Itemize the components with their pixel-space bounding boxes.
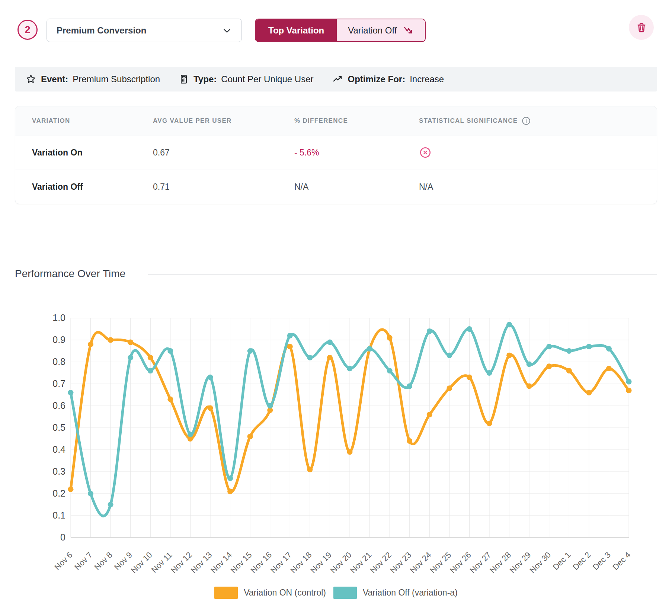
svg-text:0.4: 0.4 (52, 444, 65, 455)
svg-text:Nov 16: Nov 16 (249, 550, 273, 575)
trash-icon (636, 22, 647, 33)
svg-text:Dec 2: Dec 2 (571, 550, 592, 572)
type-value: Count Per Unique User (221, 74, 313, 84)
svg-text:Nov 8: Nov 8 (92, 550, 114, 572)
top-variation-button[interactable]: Top Variation (256, 19, 337, 41)
svg-text:Nov 18: Nov 18 (288, 550, 313, 575)
metric-panel: 2 Premium Conversion Top Variation Varia… (0, 0, 672, 616)
svg-text:Nov 11: Nov 11 (150, 550, 174, 575)
legend-item-variation-on: Variation ON (control) (214, 587, 326, 599)
svg-text:0.3: 0.3 (52, 466, 65, 477)
svg-text:Nov 26: Nov 26 (448, 550, 473, 575)
svg-text:Nov 27: Nov 27 (468, 550, 493, 575)
optimize-group: Optimize For: Increase (332, 74, 444, 85)
svg-text:Dec 1: Dec 1 (551, 550, 572, 572)
optimize-value: Increase (410, 74, 444, 84)
row-avg-value: 0.71 (153, 182, 294, 192)
svg-text:Nov 12: Nov 12 (169, 550, 194, 575)
svg-text:Nov 25: Nov 25 (428, 550, 453, 575)
svg-text:Nov 30: Nov 30 (528, 550, 553, 575)
svg-text:Nov 29: Nov 29 (508, 550, 533, 575)
variation-off-label: Variation Off (348, 25, 397, 36)
type-label: Type: (193, 74, 217, 84)
trend-up-icon (332, 74, 343, 85)
svg-text:Nov 7: Nov 7 (73, 550, 94, 572)
info-circle-icon[interactable] (521, 116, 531, 126)
performance-chart: 00.10.20.30.40.50.60.70.80.91.0Nov 6Nov … (15, 298, 657, 590)
table-row: Variation On 0.67 - 5.6% (15, 135, 657, 170)
svg-text:0.1: 0.1 (52, 510, 65, 520)
event-label: Event: (41, 74, 68, 84)
legend-item-variation-off: Variation Off (variation-a) (333, 587, 458, 599)
legend-swatch-orange (214, 587, 238, 599)
col-avg-value: AVG VALUE PER USER (153, 117, 294, 125)
type-group: Type: Count Per Unique User (179, 74, 313, 84)
svg-text:Nov 14: Nov 14 (209, 550, 234, 575)
svg-text:Nov 28: Nov 28 (488, 550, 513, 575)
metric-index-badge: 2 (17, 20, 38, 40)
svg-text:0.2: 0.2 (52, 488, 65, 498)
svg-text:Nov 24: Nov 24 (408, 550, 433, 575)
svg-text:Nov 21: Nov 21 (348, 550, 373, 575)
variation-off-button[interactable]: Variation Off (337, 19, 425, 41)
svg-text:0.5: 0.5 (52, 422, 65, 433)
variation-results-table: VARIATION AVG VALUE PER USER % DIFFERENC… (15, 106, 657, 204)
star-icon (25, 74, 36, 85)
svg-text:Dec 3: Dec 3 (591, 550, 612, 572)
legend-swatch-teal (333, 587, 357, 599)
optimize-label: Optimize For: (348, 74, 405, 84)
calculator-icon (179, 74, 189, 84)
svg-text:0.7: 0.7 (52, 378, 65, 389)
col-difference: % DIFFERENCE (294, 117, 419, 125)
svg-text:Nov 23: Nov 23 (388, 550, 413, 575)
row-avg-value: 0.67 (153, 148, 294, 158)
col-variation: VARIATION (32, 117, 153, 125)
svg-text:Nov 15: Nov 15 (229, 550, 254, 575)
page-title: Performance Over Time (15, 268, 125, 280)
svg-text:0.6: 0.6 (52, 400, 65, 411)
chevron-down-icon (222, 26, 232, 35)
metric-dropdown[interactable]: Premium Conversion (47, 19, 242, 42)
row-difference: - 5.6% (294, 148, 419, 158)
row-significance: N/A (419, 182, 657, 192)
section-divider (148, 274, 657, 275)
svg-text:Nov 6: Nov 6 (52, 550, 74, 572)
svg-text:0.9: 0.9 (52, 334, 65, 345)
circle-x-icon (419, 146, 432, 159)
svg-text:Nov 13: Nov 13 (189, 550, 214, 575)
svg-text:Nov 17: Nov 17 (269, 550, 294, 575)
svg-text:0.8: 0.8 (52, 356, 65, 367)
table-header-row: VARIATION AVG VALUE PER USER % DIFFERENC… (15, 106, 657, 135)
event-info-bar: Event: Premium Subscription Type: Count … (15, 67, 657, 92)
svg-text:Nov 10: Nov 10 (129, 550, 154, 575)
trend-down-icon (403, 25, 414, 36)
svg-text:Dec 4: Dec 4 (611, 550, 632, 572)
svg-text:Nov 20: Nov 20 (329, 550, 353, 575)
variation-segmented-control: Top Variation Variation Off (255, 19, 426, 42)
row-variation-name: Variation On (32, 148, 153, 158)
chart-legend: Variation ON (control) Variation Off (va… (0, 587, 672, 599)
row-difference: N/A (294, 182, 419, 192)
legend-label: Variation ON (control) (244, 588, 326, 598)
legend-label: Variation Off (variation-a) (363, 588, 458, 598)
event-value: Premium Subscription (73, 74, 160, 84)
svg-text:Nov 19: Nov 19 (308, 550, 333, 575)
event-group: Event: Premium Subscription (25, 74, 160, 85)
col-significance: STATISTICAL SIGNIFICANCE (419, 117, 518, 125)
svg-text:Nov 22: Nov 22 (368, 550, 393, 575)
svg-text:1.0: 1.0 (52, 312, 65, 323)
svg-text:0: 0 (60, 532, 65, 542)
table-row: Variation Off 0.71 N/A N/A (15, 170, 657, 204)
delete-metric-button[interactable] (629, 15, 654, 40)
metric-dropdown-value: Premium Conversion (57, 25, 146, 36)
row-variation-name: Variation Off (32, 182, 153, 192)
